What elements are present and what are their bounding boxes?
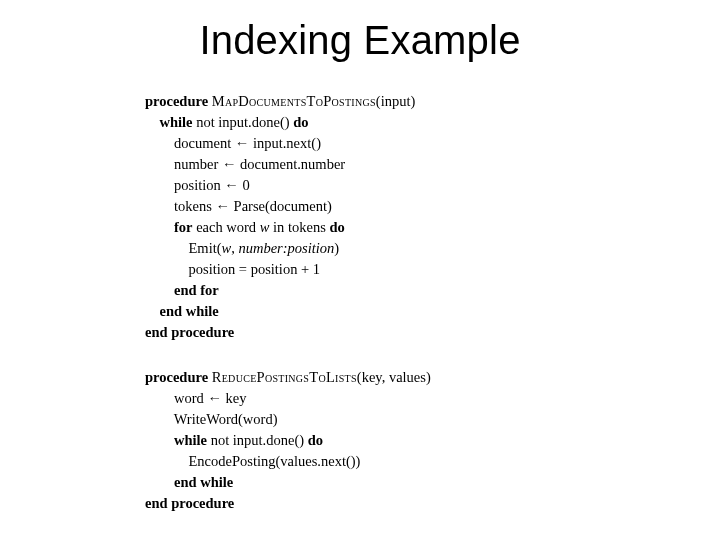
stmt: word ← key <box>145 388 720 409</box>
kw-procedure: procedure <box>145 93 208 109</box>
while-line: while not input.done() do <box>145 112 720 133</box>
end-for-line: end for <box>145 280 720 301</box>
for-var: w <box>260 219 270 235</box>
stmt: position = position + 1 <box>145 259 720 280</box>
emit-w: w <box>222 240 232 256</box>
stmt-text: word ← key <box>174 390 247 406</box>
for-line: for each word w in tokens do <box>145 217 720 238</box>
slide: Indexing Example procedure MapDocumentsT… <box>0 18 720 540</box>
stmt: document ← input.next() <box>145 133 720 154</box>
stmt-text: position = position + 1 <box>189 261 321 277</box>
proc-name: MapDocumentsToPostings <box>212 93 376 109</box>
stmt: tokens ← Parse(document) <box>145 196 720 217</box>
for-each: each word <box>196 219 260 235</box>
kw-end-procedure: end procedure <box>145 495 234 511</box>
while-cond: not input.done() <box>211 432 308 448</box>
kw-do: do <box>329 219 344 235</box>
kw-end-procedure: end procedure <box>145 324 234 340</box>
end-while-line: end while <box>145 472 720 493</box>
stmt: number ← document.number <box>145 154 720 175</box>
stmt: EncodePosting(values.next()) <box>145 451 720 472</box>
stmt-text: tokens ← Parse(document) <box>174 198 332 214</box>
kw-for: for <box>174 219 193 235</box>
end-while-line: end while <box>145 301 720 322</box>
procedure-reduce: procedure ReducePostingsToLists(key, val… <box>145 367 720 514</box>
end-proc-line: end procedure <box>145 493 720 514</box>
kw-end-while: end while <box>160 303 219 319</box>
emit-open: Emit( <box>189 240 222 256</box>
page-title: Indexing Example <box>0 18 720 63</box>
proc-header: procedure ReducePostingsToLists(key, val… <box>145 367 720 388</box>
stmt-text: document ← input.next() <box>174 135 321 151</box>
kw-do: do <box>293 114 308 130</box>
kw-end-for: end for <box>174 282 219 298</box>
procedure-map: procedure MapDocumentsToPostings(input) … <box>145 91 720 343</box>
while-cond: not input.done() <box>196 114 293 130</box>
stmt-text: number ← document.number <box>174 156 345 172</box>
while-line: while not input.done() do <box>145 430 720 451</box>
emit-np: number:position <box>238 240 334 256</box>
kw-end-while: end while <box>174 474 233 490</box>
kw-procedure: procedure <box>145 369 208 385</box>
emit-close: ) <box>334 240 339 256</box>
for-in: in tokens <box>269 219 329 235</box>
stmt-text: position ← 0 <box>174 177 250 193</box>
kw-do: do <box>308 432 323 448</box>
proc-args: (key, values) <box>357 369 431 385</box>
stmt: position ← 0 <box>145 175 720 196</box>
end-proc-line: end procedure <box>145 322 720 343</box>
emit-line: Emit(w, number:position) <box>145 238 720 259</box>
stmt: WriteWord(word) <box>145 409 720 430</box>
kw-while: while <box>160 114 193 130</box>
stmt-text: EncodePosting(values.next()) <box>189 453 361 469</box>
proc-args: (input) <box>376 93 415 109</box>
proc-header: procedure MapDocumentsToPostings(input) <box>145 91 720 112</box>
proc-name: ReducePostingsToLists <box>212 369 357 385</box>
kw-while: while <box>174 432 207 448</box>
stmt-text: WriteWord(word) <box>174 411 278 427</box>
